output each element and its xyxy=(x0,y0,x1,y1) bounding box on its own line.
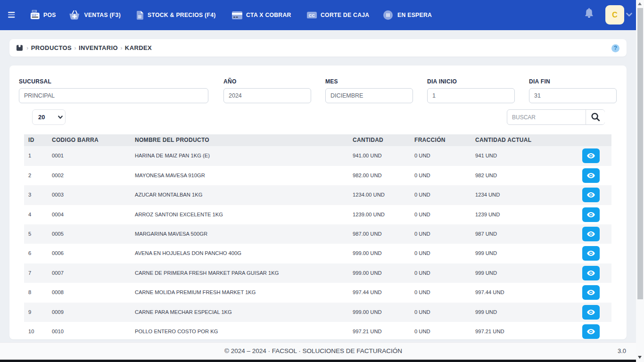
svg-text:CC: CC xyxy=(309,13,315,17)
